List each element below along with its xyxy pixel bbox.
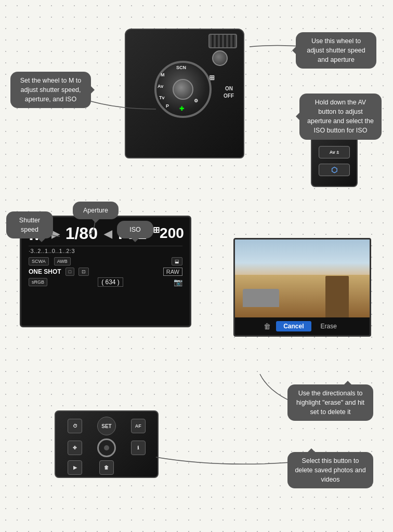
room-photo: 🗑 Cancel Erase	[233, 238, 371, 337]
controls-image: ⏱ SET AF ✤ ℹ ▶ 🗑	[55, 410, 159, 478]
lcd-iso-super: ⊞	[153, 225, 160, 234]
lcd-raw: RAW	[163, 268, 182, 276]
off-label: OFF	[224, 93, 234, 99]
callout-erase: Use the directionals to highlight "erase…	[287, 384, 373, 421]
page-container: ⊞ ON OFF SCN M Av Tv P ✚ ⚙ Av ± ⬡ Use th…	[0, 0, 393, 532]
iso-button-label: ⬡	[319, 164, 350, 176]
lcd-card-icon: 📷	[174, 278, 182, 286]
lcd-exposure-bar: ·3..2..1..0..1..2:3	[29, 246, 182, 254]
av-buttons-image: Av ± ⬡	[311, 135, 358, 187]
callout-shutter: Shutter speed	[6, 211, 53, 238]
dial-label-av: Av	[158, 84, 163, 89]
dial-label-auto: ✚	[179, 105, 184, 112]
lcd-bracket: □	[66, 268, 74, 276]
lcd-row2: SCWA AWB ⬓	[29, 257, 182, 265]
dial-label-scn: SCN	[176, 65, 186, 70]
timer-button: ⏱	[68, 419, 82, 433]
menu-button: ✤	[68, 441, 82, 455]
on-label: ON	[225, 86, 233, 91]
room-bottom-bar: 🗑 Cancel Erase	[235, 317, 370, 335]
lcd-metering: ⊡	[78, 268, 89, 276]
room-sofa	[243, 289, 279, 307]
callout-aperture: Aperture	[73, 202, 119, 219]
lcd-row3: ONE SHOT □ ⊡ RAW	[29, 268, 182, 276]
info-button: ℹ	[131, 441, 146, 455]
lcd-badge-format: ⬓	[172, 257, 182, 265]
dial-center	[173, 79, 193, 100]
dial-label-p: P	[166, 103, 169, 109]
mode-dial: SCN M Av Tv P ✚ ⚙	[154, 61, 212, 118]
lcd-one-shot: ONE SHOT	[29, 268, 61, 275]
spacer	[131, 460, 146, 475]
lcd-badge-awb: AWB	[54, 257, 71, 265]
callout-wheel: Use this wheel to adjust shutter speed a…	[296, 32, 376, 69]
d-pad[interactable]	[97, 438, 116, 457]
lcd-badge-scwa: SCWA	[29, 257, 49, 265]
af-button[interactable]: AF	[131, 419, 146, 433]
trash-button[interactable]: 🗑	[99, 460, 114, 475]
lcd-count: ( 634 )	[98, 277, 123, 287]
shutter-button	[212, 50, 228, 66]
trash-icon: 🗑	[264, 322, 271, 330]
camera-top-image: ⊞ ON OFF SCN M Av Tv P ✚ ⚙	[125, 29, 244, 158]
dial-label-icons: ⚙	[194, 98, 198, 103]
play-button[interactable]: ▶	[68, 460, 82, 475]
set-button[interactable]: SET	[97, 417, 116, 435]
callout-av: Hold down the AV button to adjust apertu…	[299, 94, 382, 140]
lcd-srgb: sRGB	[29, 278, 47, 286]
av-button-label: Av ±	[319, 146, 350, 158]
room-door	[325, 276, 349, 317]
lcd-shutter-val: 1/80	[66, 224, 98, 243]
dial-label-m: M	[161, 72, 165, 77]
erase-button[interactable]: Erase	[317, 321, 341, 331]
callout-delete: Select this button to delete saved photo…	[287, 452, 373, 488]
command-dial	[208, 34, 237, 48]
callout-iso: ISO	[117, 221, 153, 238]
cancel-button[interactable]: Cancel	[276, 321, 311, 331]
lcd-row4: sRGB ( 634 ) 📷	[29, 277, 182, 287]
callout-set-wheel: Set the wheel to M to adjust shutter spe…	[10, 72, 91, 108]
room-scene	[235, 240, 370, 317]
dial-label-tv: Tv	[159, 95, 165, 100]
lcd-arrow2: ◀	[104, 228, 112, 240]
lcd-iso-val: ⊞200	[153, 225, 184, 242]
